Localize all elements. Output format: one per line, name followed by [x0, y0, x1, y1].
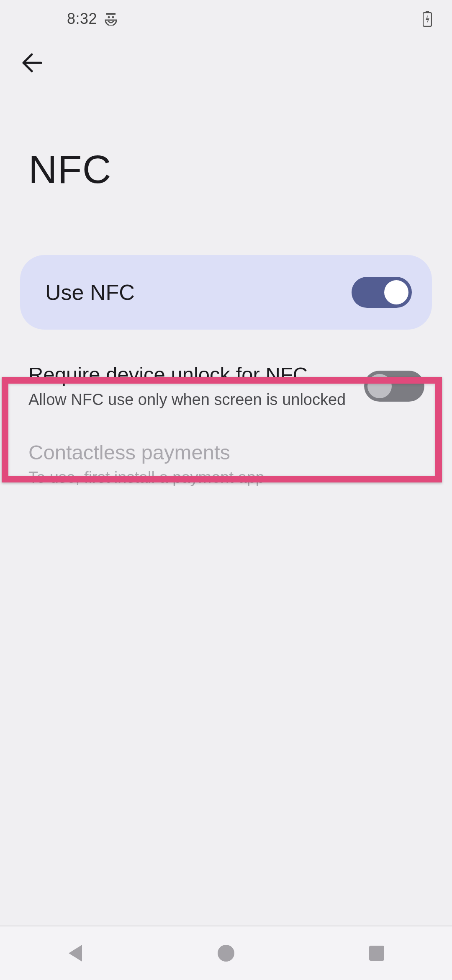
nav-recents-icon: [368, 945, 385, 962]
status-left: 8:32: [67, 10, 117, 28]
battery-charging-icon: [423, 11, 432, 27]
status-right: [423, 11, 432, 27]
require-unlock-switch[interactable]: [364, 371, 424, 402]
contactless-title: Contactless payments: [28, 440, 424, 465]
use-nfc-card[interactable]: Use NFC: [20, 255, 432, 330]
nav-recents-button[interactable]: [352, 928, 402, 978]
require-unlock-text: Require device unlock for NFC Allow NFC …: [28, 362, 354, 410]
use-nfc-switch[interactable]: [352, 277, 412, 308]
nav-home-button[interactable]: [201, 928, 251, 978]
svg-point-1: [112, 16, 114, 18]
require-unlock-row[interactable]: Require device unlock for NFC Allow NFC …: [20, 342, 432, 430]
nav-back-button[interactable]: [50, 928, 100, 978]
contactless-payments-row: Contactless payments To use, first insta…: [20, 430, 432, 508]
contactless-subtitle: To use, first install a payment app: [28, 467, 424, 488]
smiley-status-icon: [105, 12, 117, 26]
status-time: 8:32: [67, 10, 97, 28]
require-unlock-subtitle: Allow NFC use only when screen is unlock…: [28, 389, 354, 410]
svg-rect-5: [369, 946, 384, 961]
status-bar: 8:32: [0, 0, 452, 38]
svg-point-4: [218, 945, 234, 962]
svg-point-0: [108, 16, 110, 18]
page-title: NFC: [0, 88, 452, 192]
settings-content: Use NFC Require device unlock for NFC Al…: [0, 192, 452, 508]
back-button[interactable]: [15, 46, 49, 80]
contactless-text: Contactless payments To use, first insta…: [28, 440, 424, 488]
use-nfc-label: Use NFC: [45, 280, 135, 305]
system-nav-bar: [0, 926, 452, 980]
switch-knob: [384, 280, 408, 304]
app-bar: [0, 38, 452, 88]
switch-knob: [367, 374, 392, 398]
require-unlock-title: Require device unlock for NFC: [28, 362, 354, 387]
nav-back-icon: [67, 944, 84, 962]
nav-home-icon: [217, 944, 235, 962]
arrow-left-icon: [21, 52, 43, 74]
